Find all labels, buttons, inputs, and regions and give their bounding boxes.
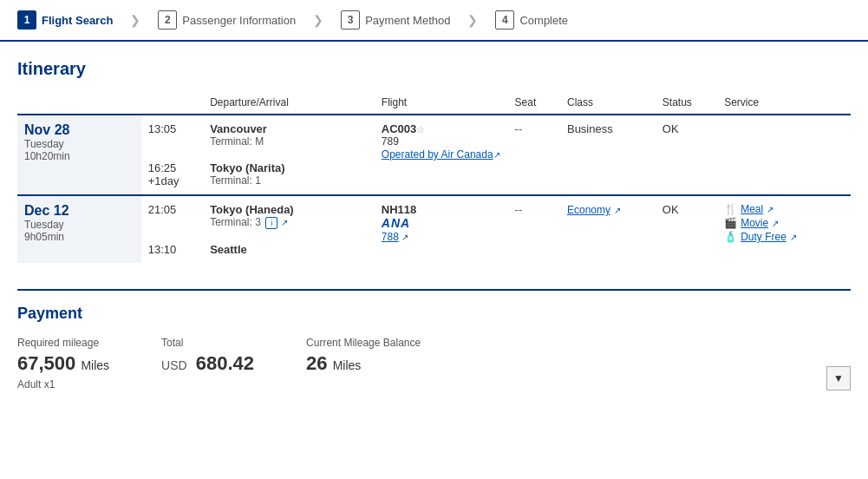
step-arrow-1: ❯ [130, 13, 140, 27]
segment-1-service [717, 115, 851, 195]
meal-external-icon: ↗ [767, 205, 773, 214]
step-1-number: 1 [17, 10, 36, 30]
col-date [17, 91, 141, 115]
segment-1-flight-code: AC003☆ [382, 122, 501, 135]
segment-2-class: Economy ↗ [560, 196, 656, 263]
external-icon-2: ↗ [401, 233, 408, 242]
segment-2-arrive-location: Seattle [203, 236, 375, 263]
main-content: Itinerary Departure/Arrival Flight Seat … [0, 42, 868, 408]
col-seat: Seat [508, 91, 560, 115]
itinerary-table: Departure/Arrival Flight Seat Class Stat… [17, 91, 851, 263]
col-service: Service [717, 91, 851, 115]
balance-unit: Miles [333, 358, 362, 372]
step-3[interactable]: 3 Payment Method [341, 10, 450, 30]
star-icon: ☆ [416, 124, 425, 135]
segment-1-seat: -- [508, 115, 560, 195]
segment-2-arrive-time: 13:10 [141, 236, 203, 263]
segment-1-depart-location: Vancouver Terminal: M [203, 115, 375, 154]
movie-external-icon: ↗ [772, 219, 779, 228]
balance-value: 26 Miles [306, 352, 421, 375]
expand-button[interactable]: ▼ [826, 366, 851, 390]
payment-row: Required mileage 67,500 Miles Adult x1 T… [17, 337, 421, 390]
segment-1-operated-link[interactable]: Operated by Air Canada [382, 148, 493, 161]
payment-details: Required mileage 67,500 Miles Adult x1 T… [17, 337, 851, 390]
mileage-unit: Miles [81, 358, 109, 372]
step-arrow-2: ❯ [313, 13, 323, 27]
progress-bar: 1 Flight Search ❯ 2 Passenger Informatio… [0, 0, 868, 42]
balance-label: Current Mileage Balance [306, 337, 421, 349]
meal-icon: 🍴 [724, 203, 737, 215]
itinerary-title: Itinerary [17, 59, 851, 79]
step-2[interactable]: 2 Passenger Information [158, 10, 296, 30]
segment-1-row: Nov 28 Tuesday 10h20min 13:05 Vancouver … [17, 115, 851, 154]
total-label: Total [161, 337, 254, 349]
service-dutyfree: 🧴 Duty Free ↗ [724, 231, 844, 243]
col-class: Class [560, 91, 656, 115]
meal-link[interactable]: Meal [741, 203, 763, 215]
adult-note: Adult x1 [17, 378, 109, 390]
info-icon: i [265, 217, 277, 229]
segment-2-seat: -- [508, 196, 560, 263]
mileage-label: Required mileage [17, 337, 109, 349]
segment-2-aircraft-link[interactable]: 788 [382, 231, 399, 243]
total-currency: USD [161, 358, 187, 372]
segment-1-depart-terminal: Terminal: M [210, 135, 368, 148]
col-status: Status [656, 91, 717, 115]
dutyfree-link[interactable]: Duty Free [741, 231, 786, 243]
segment-1-arrive-city: Tokyo (Narita) [210, 161, 368, 174]
segment-2-depart-location: Tokyo (Haneda) Terminal: 3 i ↗ [203, 196, 375, 236]
segment-2-depart-terminal: Terminal: 3 i ↗ [210, 216, 368, 229]
step-arrow-3: ❯ [467, 13, 478, 27]
col-flight: Flight [375, 91, 508, 115]
external-icon-1: ↗ [493, 150, 500, 160]
col-time [141, 91, 203, 115]
segment-1-depart-city: Vancouver [210, 122, 368, 135]
segment-1-arrive-time-text: 16:25 +1day [148, 161, 179, 187]
step-4[interactable]: 4 Complete [495, 10, 568, 30]
segment-2-date: Dec 12 [24, 203, 134, 219]
mileage-number: 67,500 [17, 352, 75, 374]
segment-1-duration: 10h20min [24, 150, 134, 162]
segment-2-duration: 9h05min [24, 231, 134, 243]
segment-1-arrive-terminal: Terminal: 1 [210, 174, 368, 187]
terminal-external-icon: ↗ [281, 218, 288, 227]
segment-1-date: Nov 28 [24, 122, 134, 138]
step-4-number: 4 [495, 10, 514, 30]
segment-2-service: 🍴 Meal ↗ 🎬 Movie ↗ 🧴 Duty Free ↗ [717, 196, 851, 263]
total-value: USD 680.42 [161, 352, 254, 375]
payment-section: Payment Required mileage 67,500 Miles Ad… [17, 289, 851, 390]
economy-link[interactable]: Economy [567, 204, 610, 216]
step-1[interactable]: 1 Flight Search [17, 10, 113, 30]
movie-icon: 🎬 [724, 217, 737, 229]
payment-title: Payment [17, 305, 851, 323]
segment-1-status: OK [656, 115, 717, 195]
segment-1-arrive-time: 16:25 +1day [141, 154, 203, 195]
step-1-label: Flight Search [42, 14, 113, 27]
segment-2-terminal-text: Terminal: 3 [210, 216, 261, 228]
ana-logo: ANA [382, 216, 410, 230]
col-departure-arrival: Departure/Arrival [203, 91, 375, 115]
segment-1-aircraft: 789 [382, 135, 501, 148]
balance-block: Current Mileage Balance 26 Miles [306, 337, 421, 375]
segment-1-date-cell: Nov 28 Tuesday 10h20min [17, 115, 141, 195]
step-2-label: Passenger Information [182, 14, 296, 27]
segment-2-flight-cell: NH118 ANA 788 ↗ [375, 196, 508, 263]
segment-1-depart-time: 13:05 [141, 115, 203, 154]
service-movie: 🎬 Movie ↗ [724, 217, 844, 229]
mileage-value: 67,500 Miles [17, 352, 109, 375]
economy-external-icon: ↗ [614, 206, 621, 215]
total-amount: 680.42 [196, 352, 254, 374]
segment-2-row: Dec 12 Tuesday 9h05min 21:05 Tokyo (Hane… [17, 196, 851, 236]
service-meal: 🍴 Meal ↗ [724, 203, 844, 215]
segment-2-date-cell: Dec 12 Tuesday 9h05min [17, 196, 141, 263]
dutyfree-icon: 🧴 [724, 231, 737, 243]
mileage-block: Required mileage 67,500 Miles Adult x1 [17, 337, 109, 390]
segment-1-code: AC003 [382, 122, 416, 135]
step-3-label: Payment Method [365, 14, 450, 27]
segment-2-status: OK [656, 196, 717, 263]
step-4-label: Complete [519, 14, 568, 27]
movie-link[interactable]: Movie [741, 217, 768, 229]
segment-2-arrive-city: Seattle [210, 243, 368, 256]
segment-2-depart-time: 21:05 [141, 196, 203, 236]
segment-1-arrive-location: Tokyo (Narita) Terminal: 1 [203, 154, 375, 195]
